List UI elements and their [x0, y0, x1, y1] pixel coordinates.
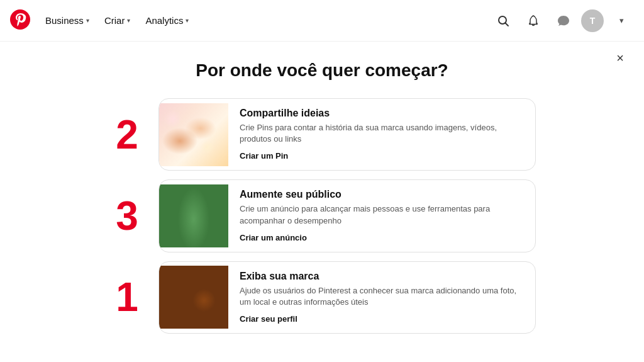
pinterest-logo[interactable] [10, 9, 33, 32]
nav-item-business[interactable]: Business ▾ [39, 10, 96, 31]
close-button[interactable]: × [609, 47, 631, 69]
card-number-2: 1 [108, 277, 146, 317]
card-row-2: 1 Exiba sua marca Ajude os usuários do P… [108, 261, 536, 334]
card-image-1 [159, 184, 228, 247]
card-body-2: Exiba sua marca Ajude os usuários do Pin… [228, 262, 535, 333]
svg-point-0 [10, 9, 30, 30]
card-image-2 [159, 266, 228, 329]
card-title-2: Exiba sua marca [240, 271, 524, 282]
card-link-1[interactable]: Criar um anúncio [240, 233, 307, 242]
card-grow-audience[interactable]: Aumente seu público Crie um anúncio para… [158, 179, 536, 252]
avatar-initial: T [590, 16, 596, 26]
nav-item-criar[interactable]: Criar ▾ [98, 10, 137, 31]
svg-line-2 [506, 23, 509, 26]
analytics-label: Analytics [145, 15, 183, 26]
navbar: Business ▾ Criar ▾ Analytics ▾ [0, 0, 644, 42]
card-title-0: Compartilhe ideias [240, 108, 524, 119]
card-body-1: Aumente seu público Crie um anúncio para… [228, 180, 535, 251]
search-button[interactable] [491, 8, 516, 33]
close-icon: × [616, 51, 624, 65]
card-desc-1: Crie um anúncio para alcançar mais pesso… [240, 203, 524, 226]
user-avatar-button[interactable]: T [581, 9, 604, 32]
card-desc-2: Ajude os usuários do Pinterest a conhece… [240, 285, 524, 308]
card-number-1: 3 [108, 196, 146, 236]
cards-container: 2 Compartilhe ideias Crie Pins para cont… [108, 98, 536, 334]
criar-chevron-icon: ▾ [127, 17, 130, 24]
card-row-1: 3 Aumente seu público Crie um anúncio pa… [108, 179, 536, 252]
criar-label: Criar [104, 15, 125, 26]
navbar-right: T ▾ [491, 8, 634, 33]
messages-button[interactable] [551, 8, 576, 33]
main-content: Por onde você quer começar? 2 Compartilh… [0, 42, 644, 346]
card-share-ideas[interactable]: Compartilhe ideias Crie Pins para contar… [158, 98, 536, 171]
analytics-chevron-icon: ▾ [186, 17, 189, 24]
business-label: Business [45, 15, 84, 26]
business-chevron-icon: ▾ [86, 17, 89, 24]
card-display-brand[interactable]: Exiba sua marca Ajude os usuários do Pin… [158, 261, 536, 334]
card-desc-0: Crie Pins para contar a história da sua … [240, 122, 524, 145]
account-menu-button[interactable]: ▾ [609, 8, 634, 33]
nav-item-analytics[interactable]: Analytics ▾ [139, 10, 195, 31]
account-chevron-icon: ▾ [619, 16, 624, 25]
card-link-2[interactable]: Criar seu perfil [240, 314, 297, 324]
page-title: Por onde você quer começar? [196, 60, 448, 81]
card-link-0[interactable]: Criar um Pin [240, 151, 288, 161]
card-row-0: 2 Compartilhe ideias Crie Pins para cont… [108, 98, 536, 171]
card-title-1: Aumente seu público [240, 189, 524, 200]
navbar-left: Business ▾ Criar ▾ Analytics ▾ [10, 9, 195, 32]
card-number-0: 2 [108, 115, 146, 155]
card-image-0 [159, 103, 228, 166]
card-body-0: Compartilhe ideias Crie Pins para contar… [228, 99, 535, 170]
notifications-button[interactable] [521, 8, 546, 33]
